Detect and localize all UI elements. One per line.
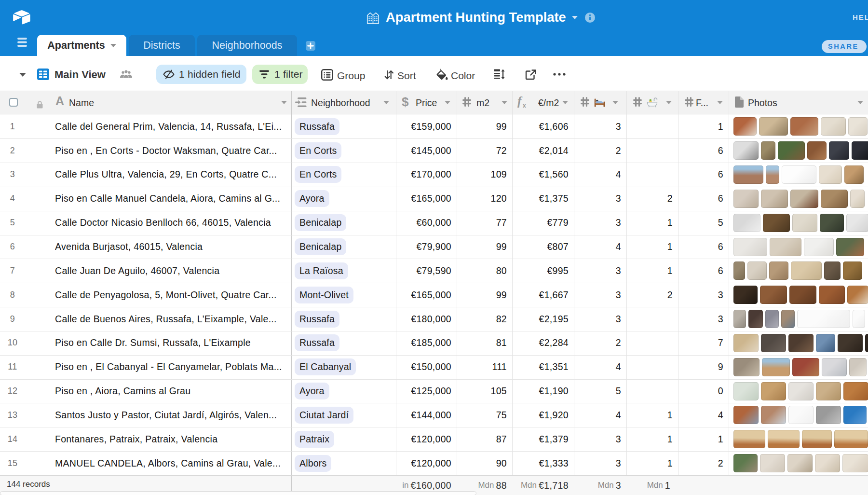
svg-text:x: x: [523, 102, 526, 108]
svg-text:$: $: [402, 95, 409, 109]
svg-text:f: f: [517, 96, 523, 108]
